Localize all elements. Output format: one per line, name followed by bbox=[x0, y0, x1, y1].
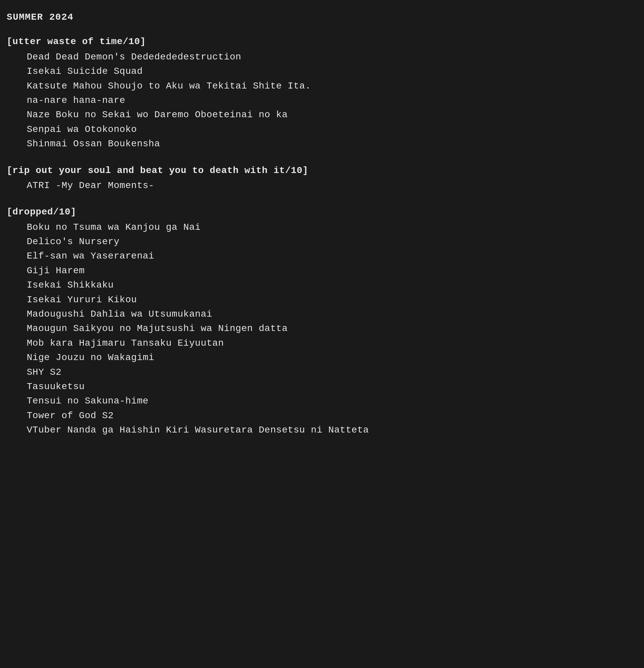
anime-item: VTuber Nanda ga Haishin Kiri Wasuretara … bbox=[27, 423, 634, 437]
anime-item: Tower of God S2 bbox=[27, 409, 634, 423]
anime-item: Isekai Shikkaku bbox=[27, 278, 634, 292]
anime-item: Dead Dead Demon's Dededededestruction bbox=[27, 50, 634, 64]
category-label-dropped: [dropped/10] bbox=[7, 205, 634, 219]
anime-item: na-nare hana-nare bbox=[27, 93, 634, 108]
anime-list-rip-out-soul: ATRI -My Dear Moments- bbox=[7, 178, 634, 193]
anime-item: Giji Harem bbox=[27, 263, 634, 278]
anime-item: ATRI -My Dear Moments- bbox=[27, 178, 634, 193]
anime-item: Senpai wa Otokonoko bbox=[27, 122, 634, 137]
anime-item: Naze Boku no Sekai wo Daremo Oboeteinai … bbox=[27, 108, 634, 122]
anime-item: Isekai Suicide Squad bbox=[27, 64, 634, 78]
anime-item: Madougushi Dahlia wa Utsumukanai bbox=[27, 307, 634, 321]
anime-item: Tensui no Sakuna-hime bbox=[27, 394, 634, 408]
anime-item: Delico's Nursery bbox=[27, 234, 634, 249]
anime-item: Shinmai Ossan Boukensha bbox=[27, 137, 634, 151]
anime-item: SHY S2 bbox=[27, 365, 634, 379]
anime-item: Nige Jouzu no Wakagimi bbox=[27, 350, 634, 365]
category-label-utter-waste: [utter waste of time/10] bbox=[7, 34, 634, 49]
category-block-utter-waste: [utter waste of time/10]Dead Dead Demon'… bbox=[7, 34, 634, 151]
category-block-rip-out-soul: [rip out your soul and beat you to death… bbox=[7, 163, 634, 193]
anime-item: Boku no Tsuma wa Kanjou ga Nai bbox=[27, 220, 634, 234]
anime-item: Elf-san wa Yaserarenai bbox=[27, 249, 634, 263]
anime-item: Maougun Saikyou no Majutsushi wa Ningen … bbox=[27, 321, 634, 336]
category-block-dropped: [dropped/10]Boku no Tsuma wa Kanjou ga N… bbox=[7, 205, 634, 437]
anime-item: Mob kara Hajimaru Tansaku Eiyuutan bbox=[27, 336, 634, 350]
anime-list-dropped: Boku no Tsuma wa Kanjou ga NaiDelico's N… bbox=[7, 220, 634, 438]
anime-item: Katsute Mahou Shoujo to Aku wa Tekitai S… bbox=[27, 79, 634, 93]
anime-item: Tasuuketsu bbox=[27, 379, 634, 394]
season-title: SUMMER 2024 bbox=[7, 10, 634, 25]
anime-list-utter-waste: Dead Dead Demon's DededededestructionIse… bbox=[7, 50, 634, 151]
category-label-rip-out-soul: [rip out your soul and beat you to death… bbox=[7, 163, 634, 178]
anime-item: Isekai Yururi Kikou bbox=[27, 292, 634, 307]
